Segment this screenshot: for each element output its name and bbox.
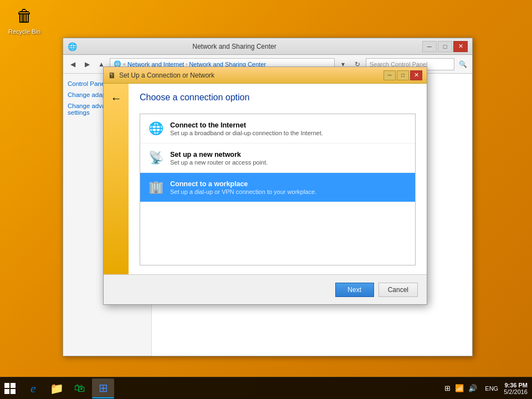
dialog-minimize-button[interactable]: ─ xyxy=(383,70,396,80)
option-workplace[interactable]: 🏢 Connect to a workplace Set up a dial-u… xyxy=(140,173,415,202)
taskbar-date-value: 5/2/2016 xyxy=(504,388,528,395)
connection-options-list: 🌐 Connect to the Internet Set up a broad… xyxy=(140,114,416,265)
maximize-button[interactable]: □ xyxy=(438,41,452,52)
dialog-titlebar-buttons: ─ □ ✕ xyxy=(383,70,422,80)
dialog-left-icon: ← xyxy=(111,92,122,105)
option-workplace-icon: 🏢 xyxy=(147,178,165,196)
taskbar-ie[interactable]: e xyxy=(22,378,44,398)
search-button[interactable]: 🔍 xyxy=(457,58,469,70)
taskbar-cpanel[interactable]: ⊞ xyxy=(92,378,114,398)
dialog-footer: Next Cancel xyxy=(104,274,427,304)
option-network-desc: Set up a new router or access point. xyxy=(170,159,268,166)
taskbar: e 📁 🛍 ⊞ ⊞ 📶 🔊 ENG 9:36 PM 5/2/2016 xyxy=(0,377,532,399)
sound-icon[interactable]: 🔊 xyxy=(468,384,477,392)
taskbar-store[interactable]: 🛍 xyxy=(69,378,91,398)
taskbar-system: ⊞ 📶 🔊 ENG 9:36 PM 5/2/2016 xyxy=(440,382,532,395)
option-network-text: Set up a new network Set up a new router… xyxy=(170,151,268,166)
option-connect-internet[interactable]: 🌐 Connect to the Internet Set up a broad… xyxy=(140,114,415,144)
taskbar-explorer[interactable]: 📁 xyxy=(45,378,68,398)
dialog-titlebar: 🖥 Set Up a Connection or Network ─ □ ✕ xyxy=(104,67,427,84)
cancel-button[interactable]: Cancel xyxy=(378,283,418,297)
dialog-left-panel: ← xyxy=(104,84,129,274)
desktop: 🗑 Recycle Bin 🌐 Network and Sharing Cent… xyxy=(0,0,532,377)
dialog-title: Set Up a Connection or Network xyxy=(119,71,383,79)
dialog-heading: Choose a connection option xyxy=(140,93,416,103)
recycle-bin-image: 🗑 xyxy=(13,5,35,27)
window-icon: 🌐 xyxy=(68,42,76,51)
taskbar-clock[interactable]: 9:36 PM 5/2/2016 xyxy=(504,382,528,395)
titlebar-buttons: ─ □ ✕ xyxy=(422,41,468,52)
taskbar-time-value: 9:36 PM xyxy=(504,382,528,388)
option-network-icon: 📡 xyxy=(147,149,165,167)
start-button[interactable] xyxy=(0,377,20,400)
forward-button[interactable]: ▶ xyxy=(81,58,93,70)
option-network-title: Set up a new network xyxy=(170,151,268,158)
option-workplace-text: Connect to a workplace Set up a dial-up … xyxy=(170,180,316,195)
option-internet-desc: Set up a broadband or dial-up connection… xyxy=(170,130,323,136)
option-workplace-title: Connect to a workplace xyxy=(170,180,316,188)
taskbar-apps: e 📁 🛍 ⊞ xyxy=(20,378,440,398)
main-titlebar: 🌐 Network and Sharing Center ─ □ ✕ xyxy=(63,38,472,55)
dialog-close-button[interactable]: ✕ xyxy=(410,70,422,80)
start-icon xyxy=(4,383,16,394)
recycle-bin-label: Recycle Bin xyxy=(8,28,40,35)
option-workplace-desc: Set up a dial-up or VPN connection to yo… xyxy=(170,188,316,195)
close-button[interactable]: ✕ xyxy=(453,41,468,52)
system-icons: ⊞ 📶 🔊 xyxy=(440,384,482,392)
language-indicator[interactable]: ENG xyxy=(485,385,500,392)
dialog-right-panel: Choose a connection option 🌐 Connect to … xyxy=(129,84,427,274)
option-new-network[interactable]: 📡 Set up a new network Set up a new rout… xyxy=(140,144,415,173)
setup-connection-dialog: 🖥 Set Up a Connection or Network ─ □ ✕ ←… xyxy=(103,66,427,305)
dialog-maximize-button[interactable]: □ xyxy=(397,70,409,80)
option-internet-icon: 🌐 xyxy=(147,120,165,137)
windows-icon: ⊞ xyxy=(444,384,451,392)
option-internet-text: Connect to the Internet Set up a broadba… xyxy=(170,121,323,136)
minimize-button[interactable]: ─ xyxy=(422,41,437,52)
back-button[interactable]: ◀ xyxy=(66,58,79,70)
window-title: Network and Sharing Center xyxy=(80,43,389,50)
next-button[interactable]: Next xyxy=(335,283,374,297)
network-icon[interactable]: 📶 xyxy=(455,384,464,392)
dialog-icon: 🖥 xyxy=(108,71,116,80)
dialog-body: ← Choose a connection option 🌐 Connect t… xyxy=(104,84,427,274)
option-internet-title: Connect to the Internet xyxy=(170,121,323,129)
recycle-bin-icon[interactable]: 🗑 Recycle Bin xyxy=(4,3,44,37)
